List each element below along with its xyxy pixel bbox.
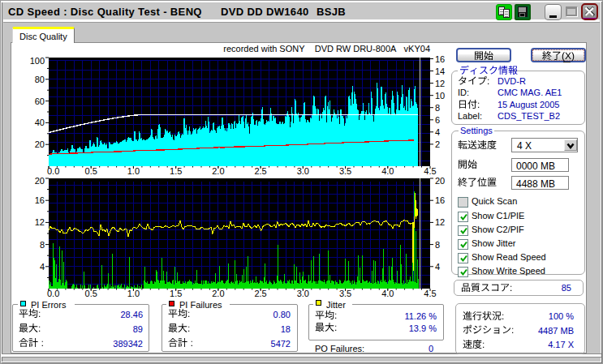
svg-text:14: 14 [435, 66, 445, 76]
svg-text:100: 100 [30, 56, 45, 66]
svg-text:2.0: 2.0 [212, 166, 224, 176]
svg-text:1.0: 1.0 [127, 166, 140, 176]
svg-text:3.5: 3.5 [339, 289, 351, 298]
svg-text:16: 16 [435, 54, 445, 64]
svg-text:2.5: 2.5 [254, 289, 266, 298]
svg-text:8: 8 [40, 240, 45, 250]
svg-text:0.0: 0.0 [47, 166, 59, 176]
svg-text:3.0: 3.0 [297, 289, 309, 298]
svg-text:4.0: 4.0 [381, 289, 394, 298]
svg-text:8: 8 [435, 103, 440, 113]
svg-text:4.5: 4.5 [424, 166, 436, 176]
svg-text:1.5: 1.5 [170, 166, 182, 176]
svg-text:4: 4 [435, 262, 440, 272]
svg-text:1.5: 1.5 [170, 289, 182, 298]
svg-text:4: 4 [435, 127, 440, 137]
svg-text:20: 20 [35, 139, 45, 149]
svg-text:2: 2 [435, 139, 440, 149]
svg-text:20: 20 [35, 176, 45, 186]
svg-text:4.5: 4.5 [424, 289, 436, 298]
svg-text:16: 16 [35, 195, 45, 205]
svg-text:10: 10 [435, 91, 445, 101]
svg-text:4: 4 [40, 262, 45, 272]
svg-text:0.5: 0.5 [85, 289, 97, 298]
svg-text:80: 80 [35, 75, 45, 84]
svg-text:12: 12 [35, 217, 45, 227]
svg-text:3.0: 3.0 [297, 166, 309, 176]
svg-text:0.5: 0.5 [85, 166, 97, 176]
svg-text:16: 16 [435, 195, 445, 205]
svg-text:1.0: 1.0 [127, 289, 140, 298]
svg-text:6: 6 [435, 115, 440, 125]
svg-text:8: 8 [435, 240, 440, 250]
svg-text:12: 12 [435, 217, 445, 227]
svg-text:40: 40 [35, 118, 45, 127]
svg-text:2.5: 2.5 [254, 166, 266, 176]
svg-text:60: 60 [35, 96, 45, 106]
svg-text:0.0: 0.0 [47, 289, 59, 298]
svg-text:20: 20 [435, 176, 445, 186]
svg-text:recorded with SONY DVD RW D: recorded with SONY DVD RW DRU-800A vKY04 [223, 44, 430, 54]
svg-text:2.0: 2.0 [212, 289, 224, 298]
svg-text:12: 12 [435, 79, 445, 88]
svg-text:4.0: 4.0 [381, 166, 394, 176]
svg-text:3.5: 3.5 [339, 166, 351, 176]
